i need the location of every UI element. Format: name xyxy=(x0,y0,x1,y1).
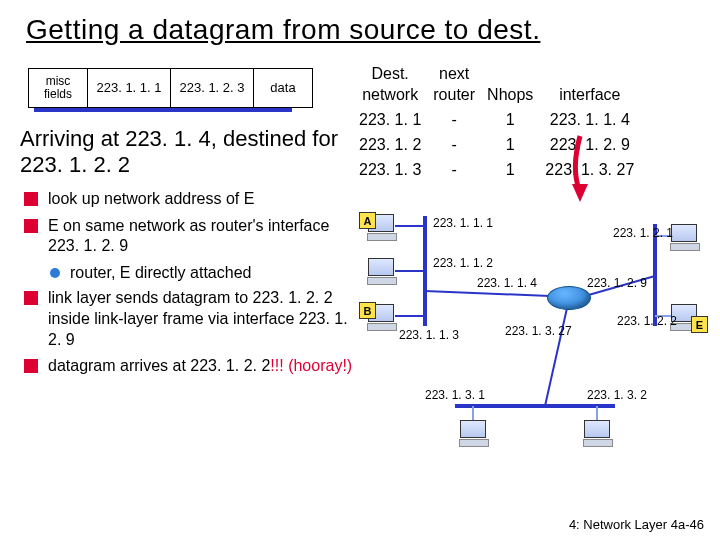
bullet-icon xyxy=(24,359,38,373)
ip-label: 223. 1. 3. 27 xyxy=(505,324,572,338)
rtable-cell: - xyxy=(452,135,457,156)
bullet-text: look up network address of E xyxy=(48,189,254,210)
svg-line-6 xyxy=(425,291,550,296)
rtable-cell: 1 xyxy=(506,160,515,181)
host-icon xyxy=(459,420,487,447)
datagram-packet: misc fields 223. 1. 1. 1 223. 1. 2. 3 da… xyxy=(28,68,298,114)
host-b-label: B xyxy=(359,302,376,319)
rtable-cell: - xyxy=(452,160,457,181)
arriving-heading: Arriving at 223. 1. 4, destined for 223.… xyxy=(20,126,355,179)
packet-misc: misc fields xyxy=(29,69,88,107)
host-icon xyxy=(670,224,698,251)
bullet-icon xyxy=(24,291,38,305)
ip-label: 223. 1. 1. 3 xyxy=(399,328,459,342)
rtable-header: interface xyxy=(559,64,620,106)
bullet-text: E on same network as router's interface … xyxy=(48,216,355,258)
bullet-list: look up network address of E E on same n… xyxy=(20,189,355,377)
routing-table: Dest. network 223. 1. 1 223. 1. 2 223. 1… xyxy=(359,64,700,180)
slide-footer: 4: Network Layer 4a-46 xyxy=(569,517,704,532)
ip-label: 223. 1. 1. 1 xyxy=(433,216,493,230)
packet-src: 223. 1. 1. 1 xyxy=(88,69,171,107)
ip-label: 223. 1. 3. 2 xyxy=(587,388,647,402)
ip-label: 223. 1. 2. 2 xyxy=(617,314,677,328)
rtable-cell: 223. 1. 3 xyxy=(359,160,421,181)
ip-label: 223. 1. 3. 1 xyxy=(425,388,485,402)
rtable-cell: 223. 1. 1. 4 xyxy=(550,110,630,131)
arrow-icon xyxy=(570,134,590,204)
bullet-text: link layer sends datagram to 223. 1. 2. … xyxy=(48,288,355,350)
rtable-cell: 223. 1. 2 xyxy=(359,135,421,156)
bullet-icon xyxy=(24,219,38,233)
ip-label: 223. 1. 1. 4 xyxy=(477,276,537,290)
ip-label: 223. 1. 2. 1 xyxy=(613,226,673,240)
rtable-header: Nhops xyxy=(487,64,533,106)
bullet-text: router, E directly attached xyxy=(70,263,251,284)
host-e-label: E xyxy=(691,316,708,333)
page-title: Getting a datagram from source to dest. xyxy=(26,14,720,46)
left-column: misc fields 223. 1. 1. 1 223. 1. 2. 3 da… xyxy=(20,64,355,456)
packet-dst: 223. 1. 2. 3 xyxy=(171,69,254,107)
host-icon xyxy=(583,420,611,447)
host-icon xyxy=(367,258,395,285)
rtable-cell: 1 xyxy=(506,110,515,131)
packet-data: data xyxy=(254,69,312,107)
bullet-text: datagram arrives at 223. 1. 2. 2!!! (hoo… xyxy=(48,356,352,377)
rtable-cell: - xyxy=(452,110,457,131)
rtable-header: Dest. network xyxy=(362,64,418,106)
rtable-cell: 223. 1. 1 xyxy=(359,110,421,131)
bullet-icon xyxy=(24,192,38,206)
svg-line-10 xyxy=(545,308,567,406)
subbullet-icon xyxy=(50,268,60,278)
rtable-cell: 1 xyxy=(506,135,515,156)
ip-label: 223. 1. 1. 2 xyxy=(433,256,493,270)
ip-label: 223. 1. 2. 9 xyxy=(587,276,647,290)
host-a-label: A xyxy=(359,212,376,229)
network-diagram: A 223. 1. 1. 1 223. 1. 1. 2 B 223. 1. 1.… xyxy=(355,196,695,456)
rtable-header: next router xyxy=(433,64,475,106)
right-column: Dest. network 223. 1. 1 223. 1. 2 223. 1… xyxy=(355,64,700,456)
